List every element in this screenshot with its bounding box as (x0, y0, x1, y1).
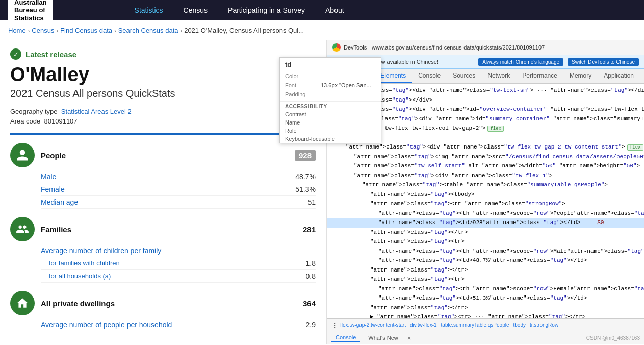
breadcrumb-search[interactable]: Search Census data (118, 27, 178, 34)
devtools-url: DevTools - www.abs.gov.au/census/find-ce… (344, 44, 545, 51)
breadcrumb-home[interactable]: Home (8, 27, 26, 34)
tooltip-element: td (280, 58, 381, 71)
latest-release-banner: ✓ Latest release (10, 48, 316, 60)
breadcrumb-chip[interactable]: tr.strongRow (530, 322, 558, 328)
breadcrumb-chip[interactable]: flex.tw-gap-2.tw-content-start (340, 322, 406, 328)
nav-statistics[interactable]: Statistics (135, 6, 163, 14)
breadcrumb-sep2: › (56, 28, 58, 34)
abs-logo: Australian Bureau of Statistics (8, 0, 53, 25)
breadcrumb-current: 2021 O'Malley, Census All persons Qui... (184, 27, 304, 34)
breadcrumb-find[interactable]: Find Census data (60, 27, 112, 34)
tooltip-font: Font 13.6px "Open San... (280, 81, 381, 90)
people-section: People 928 Male 48.7% Female 51.3% Media… (10, 143, 316, 209)
three-dots[interactable]: ⋮ (331, 321, 338, 329)
people-title: People (41, 151, 289, 160)
families-header: Families 281 (10, 217, 316, 241)
area-code-meta: Area code 801091107 (10, 117, 316, 125)
dwellings-header: All private dwellings 364 (10, 291, 316, 315)
code-line[interactable]: "attr-name">class="tag"><tbody> (327, 190, 644, 200)
code-line[interactable]: "attr-name">class="tw-self-start" alt "a… (327, 161, 644, 171)
whats-new-close[interactable]: × (407, 334, 411, 342)
families-rows: Average number of children per family fo… (41, 244, 316, 283)
code-line[interactable]: "attr-name">class="tag"><td>51.3%"attr-n… (327, 293, 644, 303)
code-line[interactable]: "attr-name">class="tag"><td>928"attr-nam… (327, 218, 644, 228)
people-header: People 928 (10, 143, 316, 167)
tab-console[interactable]: Console (412, 69, 447, 83)
accessibility-section: ACCESSIBILITY (280, 101, 381, 110)
house-icon (16, 297, 29, 310)
code-line[interactable]: "attr-name">class="tag"><tr> (327, 275, 644, 284)
match-language-button[interactable]: Always match Chrome's language (478, 58, 563, 66)
check-icon: ✓ (10, 48, 21, 60)
geography-meta: Geography type Statistical Areas Level 2 (10, 108, 316, 115)
table-row: Median age 51 (41, 196, 316, 209)
nav-census[interactable]: Census (184, 6, 208, 14)
tab-network[interactable]: Network (481, 69, 516, 83)
dwellings-section: All private dwellings 364 Average number… (10, 291, 316, 331)
breadcrumb-sep4: › (180, 28, 182, 34)
code-line[interactable]: "attr-name">class="tag"><table "attr-nam… (327, 180, 644, 190)
dwellings-value: 364 (303, 299, 316, 308)
code-line[interactable]: "attr-name">class="tag"><th "attr-name">… (327, 284, 644, 294)
breadcrumb-census[interactable]: Census (32, 27, 54, 34)
left-panel: ✓ Latest release O'Malley 2021 Census Al… (0, 40, 326, 344)
table-row: for families with children 1.8 (41, 257, 316, 270)
code-line[interactable]: "attr-name">class="tag"><div "attr-name"… (327, 171, 644, 181)
page-subtitle: 2021 Census All persons QuickStats (10, 88, 316, 100)
tab-sources[interactable]: Sources (447, 69, 481, 83)
people-value: 928 (295, 150, 316, 161)
breadcrumb-chip[interactable]: div.tw-flex-1 (410, 322, 437, 328)
breadcrumb-chip[interactable]: tbody (513, 322, 526, 328)
code-line[interactable]: "attr-name">class="tag"><tr "attr-name">… (327, 199, 644, 209)
latest-release-text: Latest release (25, 50, 76, 59)
devtools-header: DevTools - www.abs.gov.au/census/find-ce… (327, 40, 644, 55)
tooltip-keyboard: Keyboard-focusable (280, 135, 381, 143)
console-bar: Console What's New × (327, 331, 644, 344)
whats-new-tab[interactable]: What's New (364, 334, 402, 342)
tab-memory[interactable]: Memory (563, 69, 598, 83)
table-row: for all households (a) 0.8 (41, 270, 316, 283)
code-line[interactable]: "attr-name">class="tag"></tr> (327, 303, 644, 313)
code-line[interactable]: "attr-name">class="tag"><td>48.7%"attr-n… (327, 256, 644, 265)
code-line[interactable]: ▶ "attr-name">class="tag"><tr> ··· "attr… (327, 312, 644, 318)
nav-survey[interactable]: Participating in a Survey (228, 6, 305, 14)
families-icon (10, 217, 35, 241)
tab-performance[interactable]: Performance (516, 69, 563, 83)
geography-link[interactable]: Statistical Areas Level 2 (61, 108, 132, 115)
code-line[interactable]: "attr-name">class="tag"><th "attr-name">… (327, 247, 644, 256)
table-row: Male 48.7% (41, 170, 316, 183)
breadcrumb: Home › Census › Find Census data › Searc… (0, 20, 644, 40)
breadcrumb-sep3: › (114, 28, 116, 34)
code-line[interactable]: "attr-name">class="tag"><img "attr-name"… (327, 152, 644, 162)
top-navigation: Australian Bureau of Statistics Statisti… (0, 0, 644, 20)
console-tab[interactable]: Console (331, 333, 360, 342)
switch-language-button[interactable]: Switch DevTools to Chinese (568, 58, 639, 66)
chrome-icon (332, 43, 341, 52)
tooltip-role: Role (280, 127, 381, 135)
table-row: Female 51.3% (41, 183, 316, 196)
nav-links: Statistics Census Participating in a Sur… (135, 6, 344, 14)
tooltip-padding: Padding (280, 90, 381, 99)
families-value: 281 (303, 225, 316, 234)
code-line[interactable]: "attr-name">class="tag"><th "attr-name">… (327, 209, 644, 218)
devtools-breadcrumb-bar: ⋮ flex.tw-gap-2.tw-content-start div.tw-… (327, 318, 644, 331)
people-rows: Male 48.7% Female 51.3% Median age 51 (41, 170, 316, 209)
tooltip-name: Name (280, 118, 381, 127)
tooltip-popup: td Color Font 13.6px "Open San... Paddin… (279, 57, 381, 143)
tab-application[interactable]: Application (598, 69, 640, 83)
table-row: Average number of children per family (41, 244, 316, 257)
nav-about[interactable]: About (325, 6, 344, 14)
code-line[interactable]: "attr-name">class="tag"><tr> (327, 237, 644, 247)
families-section: Families 281 Average number of children … (10, 217, 316, 283)
dwellings-icon (10, 291, 35, 315)
code-line[interactable]: "attr-name">class="tag"></tr> (327, 228, 644, 237)
breadcrumb-chip[interactable]: table.summaryTable.qsPeople (441, 322, 509, 328)
table-row: Average number of people per household 2… (41, 318, 316, 331)
dwellings-rows: Average number of people per household 2… (41, 318, 316, 331)
family-icon (16, 223, 29, 236)
tooltip-color: Color (280, 71, 381, 81)
person-icon (16, 149, 29, 162)
code-line[interactable]: "attr-name">class="tag"><div "attr-name"… (327, 142, 644, 152)
code-line[interactable]: "attr-name">class="tag"></tr> (327, 265, 644, 275)
dwellings-title: All private dwellings (41, 299, 297, 308)
